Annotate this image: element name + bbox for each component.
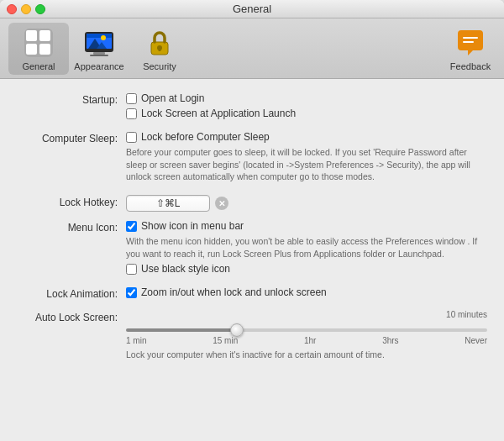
use-black-icon-label: Use black style icon <box>141 263 230 275</box>
window-controls <box>7 4 45 14</box>
tick-1hr: 1hr <box>304 336 316 345</box>
computer-sleep-row: Computer Sleep: Lock before Computer Sle… <box>17 131 487 186</box>
menu-icon-row: Menu Icon: Show icon in menu bar With th… <box>17 220 487 278</box>
svg-rect-18 <box>463 41 474 43</box>
svg-rect-2 <box>39 30 50 41</box>
auto-lock-controls: 10 minutes 1 min 15 min 1hr 3hrs Never L… <box>126 310 487 365</box>
svg-rect-8 <box>93 52 105 55</box>
toolbar-label-security: Security <box>143 61 176 71</box>
show-in-menu-bar-row: Show icon in menu bar <box>126 220 487 232</box>
toolbar-label-appearance: Appearance <box>74 61 123 71</box>
lock-hotkey-row: Lock Hotkey: ✕ <box>17 195 487 212</box>
toolbar-item-security[interactable]: Security <box>129 23 190 75</box>
show-in-menu-bar-checkbox[interactable] <box>126 221 137 232</box>
svg-rect-17 <box>463 37 478 39</box>
svg-rect-7 <box>87 34 112 38</box>
auto-lock-slider[interactable] <box>126 328 487 332</box>
toolbar: General Appea <box>0 18 504 79</box>
use-black-icon-row: Use black style icon <box>126 263 487 275</box>
open-at-login-row: Open at Login <box>126 92 487 104</box>
general-icon <box>22 26 55 60</box>
window-title: General <box>233 3 271 15</box>
lock-screen-at-launch-row: Lock Screen at Application Launch <box>126 108 487 119</box>
menu-icon-help-text: With the menu icon hidden, you won't be … <box>126 235 487 260</box>
clear-hotkey-button[interactable]: ✕ <box>215 197 228 210</box>
svg-rect-9 <box>90 55 108 56</box>
open-at-login-checkbox[interactable] <box>126 93 137 104</box>
slider-ticks: 1 min 15 min 1hr 3hrs Never <box>126 336 487 345</box>
lock-hotkey-label: Lock Hotkey: <box>17 195 126 208</box>
toolbar-item-general[interactable]: General <box>8 23 69 75</box>
close-button[interactable] <box>7 4 17 14</box>
zoom-animation-checkbox[interactable] <box>126 287 137 298</box>
svg-rect-1 <box>26 30 37 41</box>
lock-screen-at-launch-checkbox[interactable] <box>126 108 137 119</box>
computer-sleep-controls: Lock before Computer Sleep Before your c… <box>126 131 487 186</box>
auto-lock-label: Auto Lock Screen: <box>17 310 126 323</box>
tick-15min: 15 min <box>213 336 238 345</box>
auto-lock-help-text: Lock your computer when it's inactive fo… <box>126 349 487 361</box>
zoom-animation-label: Zoom in/out when lock and unlock screen <box>141 286 327 298</box>
maximize-button[interactable] <box>35 4 45 14</box>
feedback-icon <box>454 26 487 60</box>
startup-controls: Open at Login Lock Screen at Application… <box>126 92 487 123</box>
lock-animation-label: Lock Animation: <box>17 286 126 300</box>
toolbar-feedback-button[interactable]: Feedback <box>445 23 496 75</box>
toolbar-item-appearance[interactable]: Appearance <box>69 23 129 75</box>
tick-1min: 1 min <box>126 336 146 345</box>
toolbar-label-feedback: Feedback <box>450 61 491 71</box>
startup-label: Startup: <box>17 92 126 106</box>
zoom-animation-row: Zoom in/out when lock and unlock screen <box>126 286 487 298</box>
svg-point-12 <box>101 35 106 40</box>
titlebar: General <box>0 0 504 18</box>
lock-hotkey-controls: ✕ <box>126 195 487 212</box>
slider-max-label: 10 minutes <box>446 310 487 319</box>
svg-rect-4 <box>39 44 50 55</box>
content-area: Startup: Open at Login Lock Screen at Ap… <box>0 79 504 441</box>
toolbar-label-general: General <box>22 61 55 71</box>
svg-rect-3 <box>26 44 37 55</box>
main-window: General General <box>0 0 504 441</box>
hotkey-container: ✕ <box>126 195 487 212</box>
lock-animation-controls: Zoom in/out when lock and unlock screen <box>126 286 487 302</box>
toolbar-items: General Appea <box>8 23 190 75</box>
lock-screen-at-launch-label: Lock Screen at Application Launch <box>141 108 296 119</box>
svg-rect-16 <box>159 48 161 51</box>
open-at-login-label: Open at Login <box>141 92 204 104</box>
menu-icon-label: Menu Icon: <box>17 220 126 234</box>
sleep-help-text: Before your computer goes to sleep, it w… <box>126 146 487 183</box>
lock-before-sleep-checkbox[interactable] <box>126 132 137 143</box>
lock-animation-row: Lock Animation: Zoom in/out when lock an… <box>17 286 487 302</box>
tick-never: Never <box>465 336 487 345</box>
tick-3hrs: 3hrs <box>382 336 398 345</box>
use-black-icon-checkbox[interactable] <box>126 264 137 275</box>
slider-container: 10 minutes 1 min 15 min 1hr 3hrs Never <box>126 310 487 345</box>
lock-before-sleep-label: Lock before Computer Sleep <box>141 131 270 143</box>
startup-row: Startup: Open at Login Lock Screen at Ap… <box>17 92 487 123</box>
computer-sleep-label: Computer Sleep: <box>17 131 126 144</box>
menu-icon-controls: Show icon in menu bar With the menu icon… <box>126 220 487 278</box>
security-icon <box>143 26 176 60</box>
show-in-menu-bar-label: Show icon in menu bar <box>141 220 244 232</box>
lock-before-sleep-row: Lock before Computer Sleep <box>126 131 487 143</box>
minimize-button[interactable] <box>21 4 31 14</box>
auto-lock-row: Auto Lock Screen: 10 minutes 1 min 15 mi… <box>17 310 487 365</box>
appearance-icon <box>82 26 116 60</box>
hotkey-input[interactable] <box>126 195 210 212</box>
